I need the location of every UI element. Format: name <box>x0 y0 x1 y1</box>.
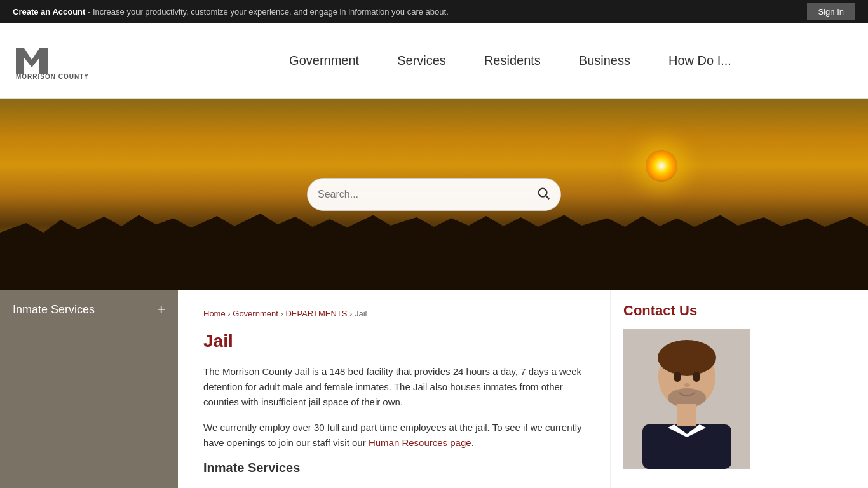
svg-line-3 <box>546 196 549 199</box>
main-content-area: Inmate Services + Home › Government › DE… <box>0 290 868 488</box>
search-input[interactable] <box>318 189 536 200</box>
breadcrumb-departments[interactable]: DEPARTMENTS <box>285 309 347 318</box>
inmate-services-heading: Inmate Services <box>203 461 585 475</box>
search-button[interactable] <box>536 186 550 203</box>
top-banner: Create an Account - Increase your produc… <box>0 0 868 23</box>
contact-person-image <box>623 329 750 469</box>
search-icon <box>536 186 550 200</box>
svg-rect-11 <box>642 424 731 469</box>
svg-point-6 <box>658 340 716 376</box>
nav-services[interactable]: Services <box>397 53 446 68</box>
breadcrumb: Home › Government › DEPARTMENTS › Jail <box>203 309 585 318</box>
page-title: Jail <box>203 331 585 351</box>
svg-text:MORRISON COUNTY: MORRISON COUNTY <box>16 73 89 80</box>
banner-description: - Increase your productivity, customize … <box>85 7 448 17</box>
contact-us-title: Contact Us <box>623 302 756 319</box>
nav-government[interactable]: Government <box>289 53 359 68</box>
svg-point-7 <box>674 372 681 382</box>
right-panel: Contact Us <box>610 290 769 488</box>
sidebar-item-label: Inmate Services <box>13 303 95 316</box>
breadcrumb-separator-3: › <box>349 309 355 318</box>
svg-point-9 <box>684 383 690 387</box>
search-bar <box>307 178 561 211</box>
svg-rect-12 <box>677 404 696 426</box>
contact-photo <box>623 329 750 469</box>
svg-point-2 <box>539 188 547 196</box>
hero-banner <box>0 99 868 290</box>
site-header: MORRISON COUNTY Government Services Resi… <box>0 23 868 99</box>
breadcrumb-government[interactable]: Government <box>233 309 278 318</box>
jail-description-paragraph: The Morrison County Jail is a 148 bed fa… <box>203 364 585 410</box>
logo-area: MORRISON COUNTY <box>13 42 165 80</box>
employment-paragraph: We currently employ over 30 full and par… <box>203 420 585 451</box>
banner-text: Create an Account - Increase your produc… <box>13 7 807 17</box>
breadcrumb-current: Jail <box>355 309 367 318</box>
page-content: Home › Government › DEPARTMENTS › Jail J… <box>178 290 610 488</box>
nav-how-do-i[interactable]: How Do I... <box>668 53 731 68</box>
morrison-county-logo-icon: MORRISON COUNTY <box>13 42 89 80</box>
sun-decoration <box>646 150 677 182</box>
sidebar-expand-icon: + <box>157 301 165 318</box>
search-container <box>307 178 561 211</box>
main-nav: Government Services Residents Business H… <box>165 53 855 68</box>
hr-link[interactable]: Human Resources page <box>369 437 471 448</box>
nav-business[interactable]: Business <box>579 53 630 68</box>
svg-point-8 <box>693 372 700 382</box>
sign-in-button[interactable]: Sign In <box>807 3 855 20</box>
breadcrumb-home[interactable]: Home <box>203 309 226 318</box>
svg-marker-0 <box>16 48 48 74</box>
nav-residents[interactable]: Residents <box>484 53 541 68</box>
hr-link-end: . <box>471 437 474 448</box>
create-account-link[interactable]: Create an Account <box>13 7 85 17</box>
tree-silhouette <box>0 239 868 290</box>
sidebar-item-inmate-services[interactable]: Inmate Services + <box>0 290 178 329</box>
sidebar: Inmate Services + <box>0 290 178 488</box>
